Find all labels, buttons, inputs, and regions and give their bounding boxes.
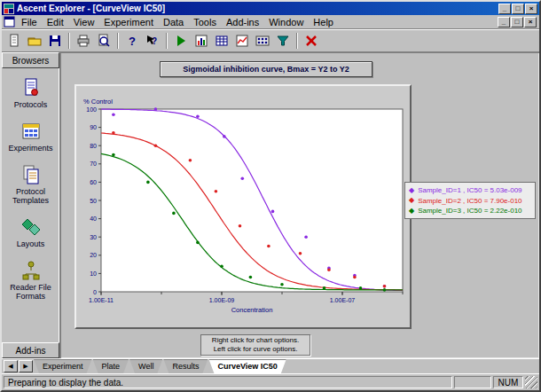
ic50-plot[interactable]: % Control01020304050607080901001.00E-111… — [78, 95, 410, 318]
svg-text:20: 20 — [90, 252, 97, 258]
hint-line-2: Left click for curve options. — [214, 345, 298, 354]
svg-text:1.00E-11: 1.00E-11 — [89, 297, 114, 303]
tab-curveview-ic50[interactable]: CurveView IC50 — [208, 359, 286, 373]
app-icon — [4, 4, 14, 14]
menu-file[interactable]: File — [17, 16, 43, 28]
status-spare-panel — [454, 376, 491, 388]
sidebar-item-layouts[interactable]: Layouts — [2, 216, 59, 248]
chart-icon[interactable] — [232, 32, 252, 50]
svg-text:30: 30 — [90, 234, 97, 240]
series-3-marker-icon: ◆ — [409, 208, 414, 215]
report-icon[interactable] — [192, 32, 211, 50]
sidebar-item-experiments[interactable]: Experiments — [2, 121, 59, 153]
chart-title[interactable]: Sigmoidal inhibition curve, Bmax = Y2 to… — [160, 61, 372, 77]
sidebar-item-label: Protocols — [13, 100, 49, 109]
chart-hint-box: Right click for chart options. Left clic… — [200, 334, 310, 356]
legend-entry[interactable]: ◆ Sample_ID=2 , IC50 = 7.90e-010 — [409, 196, 531, 206]
sidebar-item-label: Layouts — [16, 239, 46, 248]
mdi-minimize-icon[interactable]: _ — [498, 17, 510, 27]
series-3-label: Sample_ID=3 , IC50 = 2.22e-010 — [418, 207, 521, 215]
series-2-marker-icon: ◆ — [409, 197, 414, 204]
resize-grip[interactable] — [525, 376, 537, 388]
sidebar-item-label: Experiments — [7, 144, 53, 153]
context-help-icon[interactable]: ? — [143, 32, 162, 50]
close-view-icon[interactable] — [302, 32, 321, 50]
svg-text:?: ? — [129, 35, 136, 48]
print-preview-icon[interactable] — [94, 32, 114, 50]
status-message: Preparing to display the data. — [4, 376, 452, 388]
menu-data[interactable]: Data — [159, 16, 189, 28]
tab-experiment[interactable]: Experiment — [34, 359, 92, 373]
menu-addins[interactable]: Add-ins — [222, 16, 264, 28]
filter-icon[interactable] — [273, 32, 293, 50]
sidebar-item-label: Reader File Formats — [2, 283, 59, 301]
toolbar-separator — [166, 33, 168, 49]
sidebar-item-protocol-templates[interactable]: Protocol Templates — [2, 164, 59, 205]
svg-text:1.00E-09: 1.00E-09 — [209, 297, 235, 303]
close-icon[interactable]: × — [525, 4, 537, 14]
plate-wells-icon[interactable] — [253, 32, 272, 50]
mdi-close-icon[interactable]: × — [524, 17, 537, 27]
window-title: Ascent Explorer - [CurveView IC50] — [17, 4, 496, 13]
new-icon[interactable] — [4, 32, 24, 50]
save-icon[interactable] — [45, 32, 65, 50]
menu-help[interactable]: Help — [309, 16, 339, 28]
svg-text:% Control: % Control — [83, 98, 113, 106]
toolbar-separator — [68, 33, 70, 49]
status-bar: Preparing to display the data. NUM — [2, 373, 539, 390]
curveview-workspace: Sigmoidal inhibition curve, Bmax = Y2 to… — [60, 52, 539, 358]
sidebar-item-label: Protocol Templates — [2, 187, 59, 205]
browser-items: Protocols Experiments Protocol Templates… — [2, 68, 59, 342]
application-window: Ascent Explorer - [CurveView IC50] _ □ ×… — [0, 0, 541, 392]
menu-tools[interactable]: Tools — [189, 16, 222, 28]
addins-footer-button[interactable]: Add-ins — [2, 342, 59, 358]
legend-entry[interactable]: ◆ Sample_ID=3 , IC50 = 2.22e-010 — [409, 206, 531, 216]
maximize-icon[interactable]: □ — [512, 4, 524, 14]
tab-results[interactable]: Results — [163, 359, 208, 373]
tab-well[interactable]: Well — [129, 359, 162, 373]
browsers-header-button[interactable]: Browsers — [2, 52, 59, 68]
svg-text:70: 70 — [90, 161, 97, 167]
sidebar-item-protocols[interactable]: Protocols — [2, 77, 59, 109]
svg-text:90: 90 — [90, 124, 97, 130]
svg-text:?: ? — [152, 36, 157, 46]
toolbar-separator — [296, 33, 298, 49]
toolbar: ? ? — [2, 29, 539, 52]
run-icon[interactable] — [171, 32, 191, 50]
titlebar[interactable]: Ascent Explorer - [CurveView IC50] _ □ × — [2, 2, 539, 15]
legend-entry[interactable]: ◆ Sample_ID=1 , IC50 = 5.03e-009 — [409, 185, 531, 195]
series-1-label: Sample_ID=1 , IC50 = 5.03e-009 — [418, 186, 521, 194]
experiments-icon — [20, 121, 42, 142]
svg-text:50: 50 — [90, 198, 97, 204]
tab-scroll-right-icon[interactable]: ▶ — [19, 360, 33, 372]
protocols-icon — [20, 77, 42, 98]
toolbar-separator — [117, 33, 119, 49]
help-icon[interactable]: ? — [122, 32, 142, 50]
menu-window[interactable]: Window — [264, 16, 309, 28]
tab-scroll-left-icon[interactable]: ◀ — [4, 360, 18, 372]
layouts-icon — [20, 216, 42, 238]
browsers-sidebar: Browsers Protocols Experiments Protocol … — [2, 52, 60, 358]
hint-line-1: Right click for chart options. — [212, 336, 299, 345]
tab-plate[interactable]: Plate — [93, 359, 129, 373]
open-folder-icon[interactable] — [25, 32, 44, 50]
window-body: Browsers Protocols Experiments Protocol … — [2, 52, 539, 358]
chart-panel[interactable]: % Control01020304050607080901001.00E-111… — [74, 84, 412, 329]
sidebar-item-reader-file-formats[interactable]: Reader File Formats — [2, 260, 59, 301]
menu-view[interactable]: View — [69, 16, 100, 28]
svg-text:40: 40 — [90, 216, 97, 222]
minimize-icon[interactable]: _ — [498, 4, 511, 14]
chart-legend[interactable]: ◆ Sample_ID=1 , IC50 = 5.03e-009 ◆ Sampl… — [404, 182, 536, 219]
menu-edit[interactable]: Edit — [43, 16, 69, 28]
data-table-icon[interactable] — [212, 32, 231, 50]
print-icon[interactable] — [74, 32, 93, 50]
menu-experiment[interactable]: Experiment — [99, 16, 159, 28]
mdi-restore-icon[interactable]: □ — [511, 17, 523, 27]
series-2-label: Sample_ID=2 , IC50 = 7.90e-010 — [418, 197, 521, 205]
svg-text:100: 100 — [86, 106, 97, 113]
svg-text:0: 0 — [93, 289, 97, 295]
svg-text:Concentration: Concentration — [231, 306, 273, 314]
svg-text:10: 10 — [90, 270, 97, 277]
num-lock-indicator: NUM — [493, 376, 523, 388]
document-window-icon[interactable] — [4, 16, 15, 27]
